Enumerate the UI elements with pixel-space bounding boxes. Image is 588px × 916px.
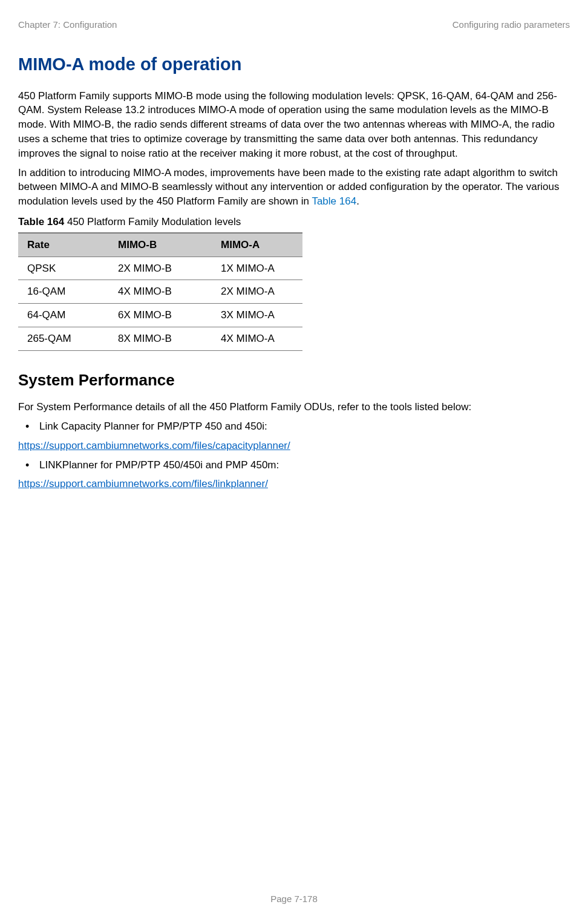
bullet-list: Link Capacity Planner for PMP/PTP 450 an…: [18, 419, 570, 434]
list-item: LINKPlanner for PMP/PTP 450/450i and PMP…: [18, 458, 570, 473]
cell: 2X MIMO-A: [215, 280, 302, 304]
heading-mimo-a: MIMO-A mode of operation: [18, 52, 570, 77]
table-caption-number: Table 164: [18, 216, 64, 227]
page-footer: Page 7-178: [0, 892, 588, 905]
cross-reference-table-164[interactable]: Table 164: [312, 195, 356, 207]
table-caption: Table 164 450 Platform Family Modulation…: [18, 215, 570, 229]
paragraph-system-performance: For System Performance details of all th…: [18, 400, 570, 414]
bullet-list: LINKPlanner for PMP/PTP 450/450i and PMP…: [18, 458, 570, 473]
table-row: 16-QAM 4X MIMO-B 2X MIMO-A: [18, 280, 302, 304]
list-item: Link Capacity Planner for PMP/PTP 450 an…: [18, 419, 570, 434]
link-line: https://support.cambiumnetworks.com/file…: [18, 439, 570, 453]
paragraph-intro-1: 450 Platform Family supports MIMO-B mode…: [18, 89, 570, 161]
modulation-levels-table: Rate MIMO-B MIMO-A QPSK 2X MIMO-B 1X MIM…: [18, 232, 302, 351]
text: .: [356, 195, 359, 207]
header-left: Chapter 7: Configuration: [18, 18, 117, 31]
table-header-row: Rate MIMO-B MIMO-A: [18, 233, 302, 257]
cell: 16-QAM: [18, 280, 112, 304]
table-caption-title: 450 Platform Family Modulation levels: [64, 216, 241, 227]
cell: 6X MIMO-B: [112, 304, 215, 327]
table-row: 265-QAM 8X MIMO-B 4X MIMO-A: [18, 327, 302, 350]
cell: 2X MIMO-B: [112, 257, 215, 280]
col-header-mimo-a: MIMO-A: [215, 233, 302, 257]
col-header-rate: Rate: [18, 233, 112, 257]
cell: 1X MIMO-A: [215, 257, 302, 280]
cell: QPSK: [18, 257, 112, 280]
heading-system-performance: System Performance: [18, 369, 570, 391]
header-right: Configuring radio parameters: [452, 18, 570, 31]
text: In addition to introducing MIMO-A modes,…: [18, 167, 560, 208]
cell: 8X MIMO-B: [112, 327, 215, 350]
cell: 3X MIMO-A: [215, 304, 302, 327]
link-line: https://support.cambiumnetworks.com/file…: [18, 477, 570, 491]
table-row: 64-QAM 6X MIMO-B 3X MIMO-A: [18, 304, 302, 327]
cell: 4X MIMO-A: [215, 327, 302, 350]
cell: 4X MIMO-B: [112, 280, 215, 304]
page-header: Chapter 7: Configuration Configuring rad…: [18, 18, 570, 31]
paragraph-intro-2: In addition to introducing MIMO-A modes,…: [18, 166, 570, 209]
table-row: QPSK 2X MIMO-B 1X MIMO-A: [18, 257, 302, 280]
cell: 265-QAM: [18, 327, 112, 350]
link-linkplanner[interactable]: https://support.cambiumnetworks.com/file…: [18, 478, 268, 489]
col-header-mimo-b: MIMO-B: [112, 233, 215, 257]
link-capacity-planner[interactable]: https://support.cambiumnetworks.com/file…: [18, 440, 290, 451]
cell: 64-QAM: [18, 304, 112, 327]
